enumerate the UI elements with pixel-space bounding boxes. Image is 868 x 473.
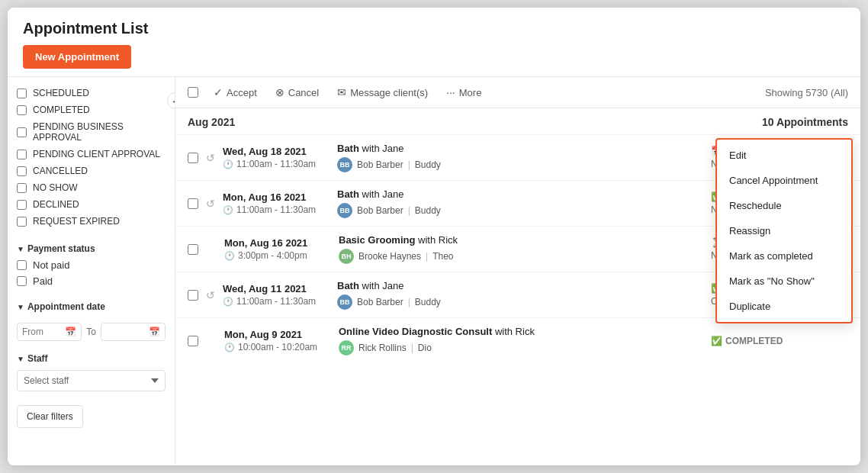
date-from-input[interactable] bbox=[22, 327, 62, 337]
appt-date-0: Wed, Aug 18 2021 bbox=[223, 146, 330, 157]
filter-item-pending-business: PENDING BUSINESS APPROVAL bbox=[17, 118, 166, 146]
row-checkbox-4[interactable] bbox=[188, 336, 198, 346]
staff-divider-0: | bbox=[408, 159, 410, 170]
select-all-checkbox[interactable] bbox=[188, 87, 198, 98]
staff-name-2: Brooke Haynes bbox=[358, 251, 421, 262]
date-to-wrapper: 📅 bbox=[101, 323, 166, 341]
pet-name-4: Dio bbox=[418, 343, 432, 353]
staff-select[interactable]: Select staff bbox=[17, 370, 166, 391]
payment-label-paid: Paid bbox=[33, 275, 53, 287]
recurring-icon: ↺ bbox=[206, 152, 215, 164]
staff-divider-2: | bbox=[426, 251, 428, 262]
context-menu-item-edit[interactable]: Edit bbox=[717, 143, 851, 168]
new-appointment-button[interactable]: New Appointment bbox=[23, 45, 131, 69]
clock-icon: 🕐 bbox=[223, 205, 233, 215]
filter-checkbox-no-show[interactable] bbox=[17, 183, 27, 193]
appt-date-time-3: Wed, Aug 11 2021 🕐 11:00am - 11:30am bbox=[223, 283, 330, 307]
message-button[interactable]: ✉ Message client(s) bbox=[334, 85, 431, 100]
more-icon: ··· bbox=[446, 86, 455, 98]
staff-label: ▼ Staff bbox=[8, 347, 175, 367]
row-checkbox-0[interactable] bbox=[188, 153, 198, 163]
filter-label-declined: DECLINED bbox=[33, 199, 79, 210]
filter-item-no-show: NO SHOW bbox=[17, 179, 166, 196]
date-arrow-icon: ▼ bbox=[17, 303, 24, 311]
staff-avatar-2: BH bbox=[339, 249, 354, 264]
appt-date-time-1: Mon, Aug 16 2021 🕐 11:00am - 11:30am bbox=[223, 191, 330, 215]
filter-item-completed: COMPLETED bbox=[17, 101, 166, 118]
table-row: Mon, Aug 9 2021 🕐 10:00am - 10:20am Onli… bbox=[175, 317, 860, 363]
filter-checkbox-request-expired[interactable] bbox=[17, 217, 27, 227]
payment-checkbox-not-paid[interactable] bbox=[17, 260, 27, 270]
appt-date-4: Mon, Aug 9 2021 bbox=[224, 329, 331, 340]
payment-label-not-paid: Not paid bbox=[33, 259, 69, 271]
context-menu-item-duplicate[interactable]: Duplicate bbox=[717, 294, 851, 319]
date-inputs: 📅 To 📅 bbox=[17, 323, 166, 341]
appt-service-4: Online Video Diagnostic Consult with Ric… bbox=[339, 326, 703, 356]
staff-divider-3: | bbox=[408, 297, 410, 307]
cancel-button[interactable]: ⊗ Cancel bbox=[272, 85, 322, 100]
filter-checkbox-scheduled[interactable] bbox=[17, 88, 27, 98]
payment-checkbox-paid[interactable] bbox=[17, 276, 27, 286]
appt-staff-4: RR Rick Rollins | Dio bbox=[339, 340, 703, 356]
appt-date-time-0: Wed, Aug 18 2021 🕐 11:00am - 11:30am bbox=[223, 146, 330, 169]
more-button[interactable]: ··· More bbox=[443, 85, 484, 100]
filter-label-pending-client: PENDING CLIENT APPROVAL bbox=[33, 149, 160, 159]
appt-time-0: 🕐 11:00am - 11:30am bbox=[223, 159, 330, 169]
appt-date-2: Mon, Aug 16 2021 bbox=[224, 237, 331, 249]
appt-time-2: 🕐 3:00pm - 4:00pm bbox=[224, 250, 331, 261]
month-label: Aug 2021 bbox=[188, 116, 235, 128]
payment-item-paid: Paid bbox=[17, 273, 166, 289]
appt-staff-3: BB Bob Barber | Buddy bbox=[337, 294, 703, 310]
cancel-icon: ⊗ bbox=[275, 86, 285, 98]
staff-divider-4: | bbox=[411, 343, 413, 353]
staff-name-3: Bob Barber bbox=[357, 297, 403, 307]
date-to-input[interactable] bbox=[106, 327, 146, 337]
accept-icon: ✓ bbox=[214, 86, 223, 98]
date-filter-section: 📅 To 📅 bbox=[8, 315, 175, 347]
appt-date-time-4: Mon, Aug 9 2021 🕐 10:00am - 10:20am bbox=[224, 329, 331, 352]
showing-count: Showing 5730 (All) bbox=[765, 87, 848, 98]
staff-name-1: Bob Barber bbox=[357, 205, 403, 216]
appt-time-4: 🕐 10:00am - 10:20am bbox=[224, 342, 331, 352]
accept-button[interactable]: ✓ Accept bbox=[211, 85, 260, 100]
context-menu-item-cancel[interactable]: Cancel Appointment bbox=[717, 168, 851, 193]
filter-item-declined: DECLINED bbox=[17, 196, 166, 213]
pet-name-2: Theo bbox=[432, 251, 453, 262]
row-checkbox-2[interactable] bbox=[188, 244, 198, 255]
row-checkbox-3[interactable] bbox=[188, 290, 198, 301]
filter-checkbox-completed[interactable] bbox=[17, 105, 27, 115]
month-header: Aug 2021 10 Appointments bbox=[175, 108, 860, 134]
pet-name-3: Buddy bbox=[415, 297, 441, 307]
toolbar: ✓ Accept ⊗ Cancel ✉ Message client(s) ··… bbox=[175, 77, 860, 108]
staff-avatar-4: RR bbox=[339, 340, 354, 356]
context-menu-item-mark-no-show[interactable]: Mark as "No Show" bbox=[717, 269, 851, 294]
status-filter-section: SCHEDULEDCOMPLETEDPENDING BUSINESS APPRO… bbox=[8, 85, 175, 237]
date-separator: To bbox=[86, 327, 96, 337]
filter-checkbox-cancelled[interactable] bbox=[17, 166, 27, 176]
calendar-to-icon: 📅 bbox=[149, 327, 160, 337]
status-badge-4: ✅ COMPLETED bbox=[711, 336, 848, 346]
appt-staff-2: BH Brooke Haynes | Theo bbox=[339, 249, 703, 264]
filter-item-pending-client: PENDING CLIENT APPROVAL bbox=[17, 146, 166, 162]
row-checkbox-1[interactable] bbox=[188, 198, 198, 209]
appt-service-2: Basic Grooming with Rick BH Brooke Hayne… bbox=[339, 234, 703, 264]
filter-checkbox-pending-client[interactable] bbox=[17, 150, 27, 159]
clear-filters-button[interactable]: Clear filters bbox=[17, 405, 83, 428]
recurring-icon: ↺ bbox=[206, 289, 215, 301]
appt-service-name-4: Online Video Diagnostic Consult with Ric… bbox=[339, 326, 703, 337]
payment-item-not-paid: Not paid bbox=[17, 257, 166, 273]
clock-icon: 🕐 bbox=[224, 251, 235, 261]
staff-avatar-3: BB bbox=[337, 294, 352, 310]
context-menu-item-mark-completed[interactable]: Mark as completed bbox=[717, 243, 851, 269]
filter-checkbox-declined[interactable] bbox=[17, 200, 27, 210]
staff-avatar-1: BB bbox=[337, 203, 352, 218]
pet-name-1: Buddy bbox=[415, 205, 441, 216]
appt-service-3: Bath with Jane BB Bob Barber | Buddy bbox=[337, 280, 703, 310]
appt-service-name-3: Bath with Jane bbox=[337, 280, 703, 291]
body: ◀ SCHEDULEDCOMPLETEDPENDING BUSINESS APP… bbox=[8, 77, 860, 465]
context-menu-item-reschedule[interactable]: Reschedule bbox=[717, 193, 851, 218]
appt-time-1: 🕐 11:00am - 11:30am bbox=[223, 204, 330, 215]
filter-checkbox-pending-business[interactable] bbox=[17, 127, 27, 137]
context-menu-item-reassign[interactable]: Reassign bbox=[717, 218, 851, 243]
appt-date-time-2: Mon, Aug 16 2021 🕐 3:00pm - 4:00pm bbox=[224, 237, 331, 261]
